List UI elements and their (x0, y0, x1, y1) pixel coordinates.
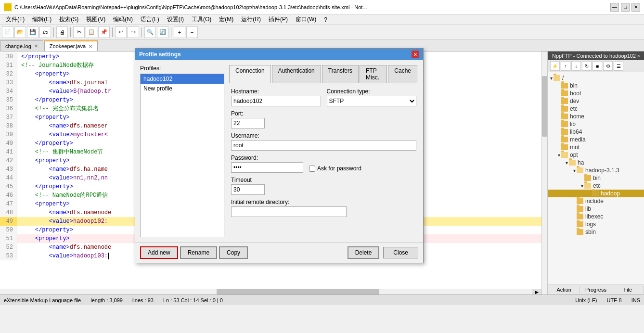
delete-button[interactable]: Delete (348, 246, 380, 259)
settings-tab-transfers[interactable]: Transfers (322, 65, 359, 83)
close-button[interactable]: Close (383, 247, 418, 258)
initial-dir-input[interactable] (231, 206, 347, 217)
connection-type-label: Connection type: (327, 88, 417, 95)
settings-tab-authentication[interactable]: Authentication (272, 65, 321, 83)
hostname-row: Hostname: Connection type: SFTP FTP FTPS (231, 88, 416, 106)
settings-tab-cache[interactable]: Cache (388, 65, 417, 83)
profile-item-hadoop102[interactable]: hadoop102 (141, 74, 224, 84)
right-area: Delete Close (348, 246, 418, 259)
password-row: Ask for password (231, 162, 416, 173)
port-input[interactable] (231, 118, 265, 128)
dialog-buttons: Add new Rename Copy Delete Close (135, 242, 423, 263)
password-group: Password: Ask for password (231, 154, 416, 173)
profile-item-new[interactable]: New profile (141, 84, 224, 93)
port-label: Port: (231, 110, 416, 117)
left-buttons: Add new Rename Copy (140, 246, 248, 259)
dialog-title-bar: Profile settings × (135, 49, 423, 60)
settings-tab-strip: Connection Authentication Transfers FTP … (229, 65, 418, 83)
settings-tab-ftp-misc[interactable]: FTP Misc. (360, 65, 387, 83)
add-new-button[interactable]: Add new (140, 246, 178, 259)
rename-button[interactable]: Rename (180, 246, 217, 259)
profiles-list[interactable]: hadoop102 New profile (140, 74, 224, 237)
password-label: Password: (231, 154, 416, 161)
dialog-body: Profiles: hadoop102 New profile Connecti… (135, 60, 423, 242)
timeout-label: Timeout (231, 177, 416, 183)
settings-tab-connection[interactable]: Connection (229, 65, 271, 83)
settings-form: Hostname: Connection type: SFTP FTP FTPS (229, 88, 418, 217)
profiles-panel: Profiles: hadoop102 New profile (140, 65, 224, 237)
dialog-title: Profile settings (139, 51, 181, 58)
ask-password-row: Ask for password (309, 165, 361, 172)
profiles-label: Profiles: (140, 65, 224, 72)
initial-dir-group: Initial remote directory: (231, 199, 416, 217)
ask-password-label: Ask for password (317, 165, 361, 172)
username-label: Username: (231, 132, 416, 139)
timeout-input[interactable] (231, 184, 265, 195)
password-input[interactable] (231, 162, 303, 173)
profile-settings-dialog: Profile settings × Profiles: hadoop102 N… (135, 48, 424, 263)
timeout-group: Timeout (231, 177, 416, 195)
settings-panel: Connection Authentication Transfers FTP … (229, 65, 418, 237)
port-group: Port: (231, 110, 416, 128)
username-input[interactable] (231, 140, 416, 151)
username-group: Username: (231, 132, 416, 151)
initial-dir-label: Initial remote directory: (231, 199, 416, 205)
connection-type-col: Connection type: SFTP FTP FTPS (327, 88, 417, 106)
dialog-close-icon-button[interactable]: × (412, 51, 419, 58)
connection-type-select[interactable]: SFTP FTP FTPS (327, 96, 417, 106)
dialog-overlay: Profile settings × Profiles: hadoop102 N… (0, 0, 644, 333)
ask-password-checkbox[interactable] (309, 166, 315, 172)
hostname-col: Hostname: (231, 88, 321, 106)
copy-button[interactable]: Copy (219, 246, 248, 259)
hostname-label: Hostname: (231, 88, 321, 95)
hostname-input[interactable] (231, 96, 321, 106)
